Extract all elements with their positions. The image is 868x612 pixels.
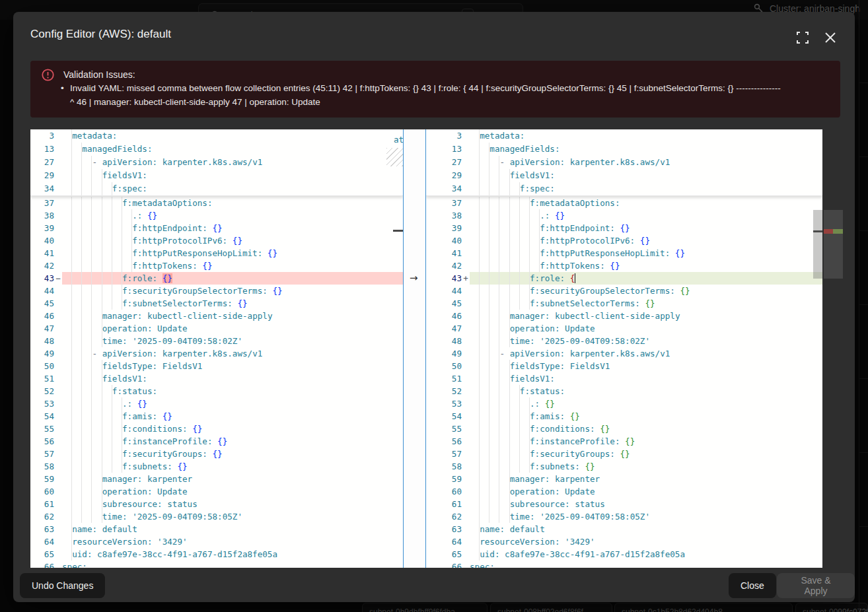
code-line-62[interactable]: 62time: '2025-09-04T09:58:05Z' xyxy=(426,510,822,523)
line-number: 48 xyxy=(426,335,462,347)
fullscreen-button[interactable] xyxy=(793,28,813,48)
code-text: f:securityGroups: {} xyxy=(470,448,822,460)
code-text: .: {} xyxy=(470,209,822,222)
code-line-56[interactable]: 56f:instanceProfile: {} xyxy=(426,435,822,448)
code-line-43[interactable]: 43−f:role: {} xyxy=(30,272,403,285)
code-line-41[interactable]: 41f:httpPutResponseHopLimit: {} xyxy=(30,247,403,259)
code-line-51[interactable]: 51fieldsV1: xyxy=(426,372,822,385)
code-line-49[interactable]: 49- apiVersion: karpenter.k8s.aws/v1 xyxy=(426,347,822,360)
code-line-52[interactable]: 52f:status: xyxy=(426,385,822,397)
code-line-64[interactable]: 64resourceVersion: '3429' xyxy=(426,535,822,548)
code-line-45[interactable]: 45f:subnetSelectorTerms: {} xyxy=(30,297,403,310)
code-line-3[interactable]: 3metadata: xyxy=(30,129,403,143)
code-line-47[interactable]: 47operation: Update xyxy=(30,322,403,335)
code-line-40[interactable]: 40f:httpProtocolIPv6: {} xyxy=(426,234,822,247)
code-line-66[interactable]: 66spec: xyxy=(30,561,403,568)
code-line-41[interactable]: 41f:httpPutResponseHopLimit: {} xyxy=(426,247,822,259)
code-line-62[interactable]: 62time: '2025-09-04T09:58:05Z' xyxy=(30,510,403,523)
line-number: 62 xyxy=(30,510,54,523)
code-line-44[interactable]: 44f:securityGroupSelectorTerms: {} xyxy=(426,285,822,297)
code-line-44[interactable]: 44f:securityGroupSelectorTerms: {} xyxy=(30,285,403,297)
code-line-45[interactable]: 45f:subnetSelectorTerms: {} xyxy=(426,297,822,310)
overview-viewport-slider[interactable] xyxy=(824,210,843,279)
undo-changes-button[interactable]: Undo Changes xyxy=(20,573,105,598)
code-line-47[interactable]: 47operation: Update xyxy=(426,322,822,335)
code-line-65[interactable]: 65uid: c8afe97e-38cc-4f91-a767-d15f2a8fe… xyxy=(426,548,822,561)
code-line-59[interactable]: 59manager: karpenter xyxy=(30,473,403,485)
code-line-54[interactable]: 54f:amis: {} xyxy=(426,410,822,423)
sticky-scroll-header[interactable]: 3metadata:13managedFields:27- apiVersion… xyxy=(30,129,403,196)
code-line-54[interactable]: 54f:amis: {} xyxy=(30,410,403,423)
diff-sign xyxy=(54,435,62,448)
diff-overview-ruler[interactable] xyxy=(824,129,843,568)
close-button[interactable]: Close xyxy=(729,573,776,598)
diff-sign xyxy=(54,460,62,473)
code-line-43[interactable]: 43+f:role: { xyxy=(426,272,822,285)
code-line-29[interactable]: 29fieldsV1: xyxy=(30,169,403,182)
code-line-48[interactable]: 48time: '2025-09-04T09:58:02Z' xyxy=(426,335,822,347)
code-line-53[interactable]: 53.: {} xyxy=(30,397,403,410)
code-line-46[interactable]: 46manager: kubectl-client-side-apply xyxy=(426,310,822,322)
code-line-55[interactable]: 55f:conditions: {} xyxy=(30,423,403,435)
save-apply-button[interactable]: Save & Apply xyxy=(777,573,855,598)
line-number: 41 xyxy=(30,247,54,259)
code-line-58[interactable]: 58f:subnets: {} xyxy=(426,460,822,473)
code-line-13[interactable]: 13managedFields: xyxy=(426,143,822,156)
line-number: 44 xyxy=(30,285,54,297)
revert-change-arrow[interactable]: → xyxy=(410,272,418,284)
diff-editor-sash[interactable]: → xyxy=(403,129,426,568)
code-line-57[interactable]: 57f:securityGroups: {} xyxy=(426,448,822,460)
code-text: operation: Update xyxy=(470,322,822,335)
code-line-29[interactable]: 29fieldsV1: xyxy=(426,169,822,182)
code-line-53[interactable]: 53.: {} xyxy=(426,397,822,410)
code-line-38[interactable]: 38.: {} xyxy=(30,209,403,222)
code-line-66[interactable]: 66spec: xyxy=(426,561,822,568)
code-line-37[interactable]: 37f:metadataOptions: xyxy=(30,197,403,209)
code-line-34[interactable]: 34f:spec: xyxy=(426,182,822,195)
code-line-52[interactable]: 52f:status: xyxy=(30,385,403,397)
diff-sign xyxy=(54,535,62,548)
diff-modified-pane[interactable]: 37f:metadataOptions:38.: {}39f:httpEndpo… xyxy=(426,129,822,568)
code-line-63[interactable]: 63name: default xyxy=(426,523,822,535)
vertical-scrollbar-slider[interactable] xyxy=(813,210,822,279)
diff-sign xyxy=(54,209,62,222)
code-line-61[interactable]: 61subresource: status xyxy=(426,498,822,510)
code-line-40[interactable]: 40f:httpProtocolIPv6: {} xyxy=(30,234,403,247)
code-line-55[interactable]: 55f:conditions: {} xyxy=(426,423,822,435)
code-text: metadata: xyxy=(470,129,822,143)
code-line-3[interactable]: 3metadata: xyxy=(426,129,822,143)
code-line-27[interactable]: 27- apiVersion: karpenter.k8s.aws/v1 xyxy=(426,156,822,169)
code-line-34[interactable]: 34f:spec: xyxy=(30,182,403,195)
code-line-50[interactable]: 50fieldsType: FieldsV1 xyxy=(426,360,822,372)
validation-issues-panel: Validation Issues: Invalid YAML: missed … xyxy=(30,61,840,118)
code-line-37[interactable]: 37f:metadataOptions: xyxy=(426,197,822,209)
code-line-61[interactable]: 61subresource: status xyxy=(30,498,403,510)
code-line-59[interactable]: 59manager: karpenter xyxy=(426,473,822,485)
line-number: 54 xyxy=(426,410,462,423)
code-line-50[interactable]: 50fieldsType: FieldsV1 xyxy=(30,360,403,372)
code-line-63[interactable]: 63name: default xyxy=(30,523,403,535)
code-line-48[interactable]: 48time: '2025-09-04T09:58:02Z' xyxy=(30,335,403,347)
code-line-51[interactable]: 51fieldsV1: xyxy=(30,372,403,385)
diff-original-pane[interactable]: 37f:metadataOptions:38.: {}39f:httpEndpo… xyxy=(30,129,403,568)
code-line-60[interactable]: 60operation: Update xyxy=(30,485,403,498)
code-line-65[interactable]: 65uid: c8afe97e-38cc-4f91-a767-d15f2a8fe… xyxy=(30,548,403,561)
code-line-13[interactable]: 13managedFields: xyxy=(30,143,403,156)
code-line-49[interactable]: 49- apiVersion: karpenter.k8s.aws/v1 xyxy=(30,347,403,360)
code-line-57[interactable]: 57f:securityGroups: {} xyxy=(30,448,403,460)
code-line-64[interactable]: 64resourceVersion: '3429' xyxy=(30,535,403,548)
code-line-56[interactable]: 56f:instanceProfile: {} xyxy=(30,435,403,448)
code-line-46[interactable]: 46manager: kubectl-client-side-apply xyxy=(30,310,403,322)
code-line-60[interactable]: 60operation: Update xyxy=(426,485,822,498)
code-line-39[interactable]: 39f:httpEndpoint: {} xyxy=(30,222,403,234)
close-dialog-button[interactable] xyxy=(820,28,840,48)
code-line-42[interactable]: 42f:httpTokens: {} xyxy=(426,259,822,272)
code-line-58[interactable]: 58f:subnets: {} xyxy=(30,460,403,473)
sticky-scroll-header[interactable]: 3metadata:13managedFields:27- apiVersion… xyxy=(426,129,822,196)
line-number: 59 xyxy=(30,473,54,485)
code-line-42[interactable]: 42f:httpTokens: {} xyxy=(30,259,403,272)
code-line-27[interactable]: 27- apiVersion: karpenter.k8s.aws/v1 xyxy=(30,156,403,169)
code-line-38[interactable]: 38.: {} xyxy=(426,209,822,222)
code-text: f:httpTokens: {} xyxy=(62,259,403,272)
code-line-39[interactable]: 39f:httpEndpoint: {} xyxy=(426,222,822,234)
